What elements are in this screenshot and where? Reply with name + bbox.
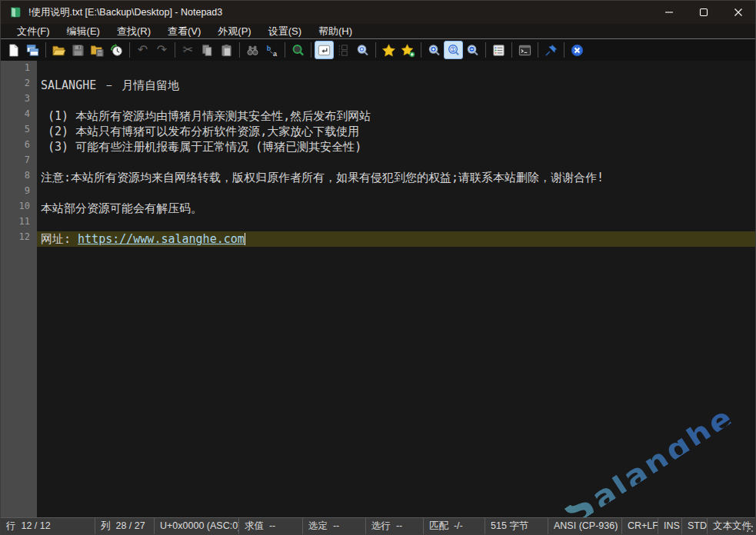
replace-icon: b a xyxy=(265,43,279,58)
text-line[interactable]: (1) 本站所有资源均由博猪月情亲测其安全性,然后发布到网站 xyxy=(37,108,755,124)
toolbar-separator xyxy=(421,42,421,58)
status-unicode-point[interactable]: U+0x0000 (ASC:0) xyxy=(155,518,239,534)
cut-button[interactable]: ✂ xyxy=(178,41,198,59)
menu-edit[interactable]: 编辑(E) xyxy=(58,24,108,38)
text-line[interactable]: (2) 本站只有博猪可以发布分析软件资源,大家放心下载使用 xyxy=(37,124,755,139)
open-file-button[interactable] xyxy=(49,41,68,59)
close-icon xyxy=(734,8,743,17)
status-file-size[interactable]: 515 字节 xyxy=(485,518,548,534)
text-line[interactable]: (3) 可能有些注册机报毒属于正常情况 (博猪已测其安全性) xyxy=(37,139,755,155)
save-file-button[interactable] xyxy=(68,41,88,59)
star-icon xyxy=(381,43,396,58)
menu-view[interactable]: 查看(V) xyxy=(159,24,209,38)
pushpin-icon xyxy=(544,43,558,58)
text-line[interactable] xyxy=(37,62,755,78)
hyperlink[interactable]: https://www.salanghe.com xyxy=(78,232,245,246)
history-clock-icon xyxy=(109,43,124,58)
copy-icon xyxy=(200,43,215,58)
replace-button[interactable]: b a xyxy=(262,41,281,59)
zoom-out-button[interactable] xyxy=(463,41,482,59)
recent-history-button[interactable] xyxy=(107,41,126,59)
line-number-gutter[interactable]: 1 2 3 4 5 6 7 8 9 10 11 12 xyxy=(1,61,37,517)
redo-icon: ↷ xyxy=(157,44,167,56)
minimize-icon xyxy=(664,8,674,17)
status-selected-lines[interactable]: 选行 -- xyxy=(366,518,424,534)
status-eval[interactable]: 求值 -- xyxy=(239,518,303,534)
line-number: 4 xyxy=(1,108,37,124)
zoom-out-icon xyxy=(465,43,480,58)
editor-area: 1 2 3 4 5 6 7 8 9 10 11 12 SALANGHE － 月情… xyxy=(1,61,755,517)
status-line-position[interactable]: 行 12 / 12 xyxy=(1,518,95,534)
menu-appearance[interactable]: 外观(P) xyxy=(209,24,259,38)
status-insert-mode[interactable]: INS xyxy=(658,518,682,534)
toolbar-separator xyxy=(45,42,46,58)
status-std-mode[interactable]: STD xyxy=(682,518,708,534)
text-caret xyxy=(245,233,246,245)
scheme-config-button[interactable] xyxy=(489,41,508,59)
toolbar-separator xyxy=(239,42,240,58)
status-column-position[interactable]: 列 28 / 27 xyxy=(95,518,155,534)
status-match-count[interactable]: 匹配 -/- xyxy=(424,518,485,534)
resize-grip[interactable] xyxy=(747,526,754,533)
status-encoding[interactable]: ANSI (CP-936) xyxy=(548,518,622,534)
exit-button[interactable] xyxy=(568,41,587,59)
undo-button[interactable]: ↶ xyxy=(133,41,152,59)
add-favorite-button[interactable] xyxy=(398,41,418,59)
zoom-view-magnifier-icon xyxy=(355,43,370,58)
menu-help[interactable]: 帮助(H) xyxy=(310,24,361,38)
transparency-magnifier-icon xyxy=(291,43,305,58)
maximize-button[interactable] xyxy=(686,1,721,24)
word-wrap-icon xyxy=(317,43,331,58)
title-bar[interactable]: !使用说明.txt [E:\Backup\Desktop] - Notepad3 xyxy=(1,1,755,24)
menu-file[interactable]: 文件(F) xyxy=(8,24,58,38)
text-line[interactable] xyxy=(37,155,755,170)
status-selection[interactable]: 选定 -- xyxy=(303,518,366,534)
save-as-button[interactable] xyxy=(88,41,107,59)
line-number: 1 xyxy=(1,62,37,78)
line-number: 8 xyxy=(1,170,37,185)
menu-settings[interactable]: 设置(S) xyxy=(260,24,310,38)
toolbar-separator xyxy=(285,42,285,58)
pin-on-top-button[interactable] xyxy=(541,41,561,59)
favorites-button[interactable] xyxy=(379,41,398,59)
notepad3-window: !使用说明.txt [E:\Backup\Desktop] - Notepad3… xyxy=(0,0,756,535)
find-button[interactable] xyxy=(243,41,262,59)
line12-prefix: 网址: xyxy=(41,232,78,246)
line-number: 10 xyxy=(1,201,37,216)
paste-button[interactable] xyxy=(217,41,236,59)
new-window-button[interactable] xyxy=(23,41,42,59)
text-line[interactable] xyxy=(37,93,755,108)
toolbar: ↶ ↷ ✂ xyxy=(1,39,755,61)
minimize-button[interactable] xyxy=(651,1,686,24)
line-number: 9 xyxy=(1,185,37,201)
word-wrap-button[interactable] xyxy=(315,41,334,59)
text-line[interactable] xyxy=(37,185,755,201)
status-file-type[interactable]: 文本文件 xyxy=(708,518,755,534)
toolbar-separator xyxy=(485,42,486,58)
paste-clipboard-icon xyxy=(219,43,234,58)
show-indent-guides-button[interactable] xyxy=(334,41,353,59)
copy-button[interactable] xyxy=(198,41,217,59)
line-number: 12 xyxy=(1,231,37,247)
status-eol-mode[interactable]: CR+LF xyxy=(622,518,658,534)
save-icon xyxy=(71,43,85,58)
maximize-icon xyxy=(699,8,708,17)
close-button[interactable] xyxy=(721,1,755,24)
star-plus-icon xyxy=(401,43,415,58)
new-window-icon xyxy=(25,43,40,58)
transparency-mode-button[interactable] xyxy=(288,41,308,59)
text-line[interactable]: SALANGHE － 月情自留地 xyxy=(37,78,755,93)
current-text-line[interactable]: 网址: https://www.salanghe.com xyxy=(37,231,755,247)
open-console-button[interactable] xyxy=(515,41,535,59)
menu-find[interactable]: 查找(R) xyxy=(108,24,159,38)
zoom-view-button[interactable] xyxy=(353,41,372,59)
new-file-button[interactable] xyxy=(4,41,23,59)
toolbar-separator xyxy=(175,42,175,58)
zoom-reset-100-button[interactable]: 1 xyxy=(444,41,463,59)
text-line[interactable] xyxy=(37,216,755,231)
zoom-in-button[interactable] xyxy=(425,41,444,59)
redo-button[interactable]: ↷ xyxy=(152,41,172,59)
text-line[interactable]: 本站部分资源可能会有解压码。 xyxy=(37,201,755,216)
text-area[interactable]: SALANGHE － 月情自留地 (1) 本站所有资源均由博猪月情亲测其安全性,… xyxy=(37,61,755,517)
text-line[interactable]: 注意:本站所有资源均来自网络转载，版权归原作者所有，如果有侵犯到您的权益;请联系… xyxy=(37,170,755,185)
